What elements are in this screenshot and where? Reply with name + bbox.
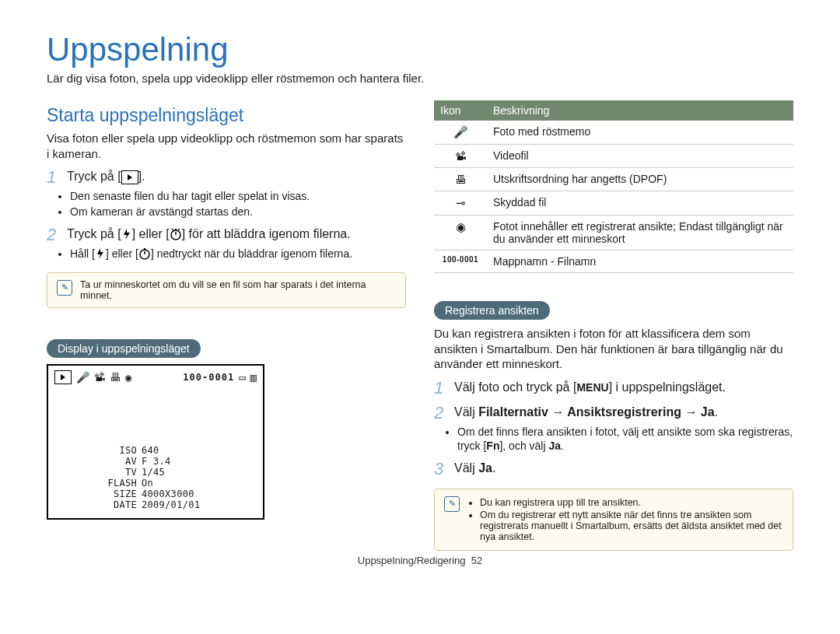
play-icon <box>121 170 138 184</box>
rstep-2-bullets: Om det finns flera ansikten i fotot, väl… <box>457 425 793 453</box>
note-icon: ✎ <box>444 496 460 512</box>
note-box-faces: ✎ Du kan registrera upp till tre ansikte… <box>434 489 793 551</box>
table-row: 🎤Foto med röstmemo <box>434 121 793 145</box>
face-detect-icon: ◉ <box>434 215 487 250</box>
step-text: Tryck på [] eller [] för att bläddra ige… <box>67 226 351 243</box>
video-icon: 📽 <box>94 371 105 384</box>
register-intro: Du kan registrera ansikten i foton för a… <box>434 326 793 372</box>
page-title: Uppspelning <box>47 31 793 68</box>
svg-marker-3 <box>97 248 103 259</box>
table-row: ◉Fotot innehåller ett registrerat ansikt… <box>434 215 793 250</box>
menu-button-label: MENU <box>576 380 608 394</box>
page-footer: Uppspelning/Redigering 52 <box>0 555 840 566</box>
video-icon: 📽 <box>434 145 487 168</box>
timer-icon <box>138 247 151 260</box>
step-2: 2 Tryck på [] eller [] för att bläddra i… <box>47 226 406 243</box>
right-column: Ikon Beskrivning 🎤Foto med röstmemo 📽Vid… <box>434 100 793 562</box>
svg-rect-5 <box>144 248 145 250</box>
flash-icon <box>95 247 106 260</box>
section-heading-playback: Starta uppspelningsläget <box>47 105 406 126</box>
page-intro: Lär dig visa foton, spela upp videoklipp… <box>47 72 793 85</box>
step-number: 1 <box>47 169 59 186</box>
step-number: 2 <box>47 226 59 243</box>
pill-register-faces: Registrera ansikten <box>434 301 550 320</box>
svg-rect-2 <box>175 229 177 230</box>
note-box-memorycard: ✎ Ta ur minneskortet om du vill se en fi… <box>47 272 406 308</box>
mic-icon: 🎤 <box>76 371 89 384</box>
filename-icon: 100-0001 <box>434 250 487 273</box>
table-header-row: Ikon Beskrivning <box>434 100 793 121</box>
step-2-bullets: Håll [] eller [] nedtryckt när du bläddr… <box>70 247 406 261</box>
rstep-2: 2 Välj Filalternativ → Ansiktsregistreri… <box>434 405 793 422</box>
face-icon: ◉ <box>125 371 131 384</box>
pill-display-mode: Display i uppspelningsläget <box>47 339 201 358</box>
section-lead: Visa foton eller spela upp videoklipp oc… <box>47 131 406 161</box>
printer-icon: 🖶 <box>434 168 487 191</box>
note-icon: ✎ <box>57 280 72 296</box>
step-1: 1 Tryck på []. <box>47 169 406 186</box>
mic-icon: 🎤 <box>434 121 487 145</box>
svg-marker-0 <box>124 229 130 240</box>
camera-lcd-preview: 🎤 📽 🖶 ◉ 100-0001 ▭ ▥ ISO640 AVF 3.4 TV1/… <box>47 364 264 520</box>
step-text: Tryck på []. <box>67 169 145 186</box>
play-icon <box>54 370 72 384</box>
battery-icon: ▥ <box>250 371 257 384</box>
exif-info: ISO640 AVF 3.4 TV1/45 FLASHOn SIZE4000X3… <box>101 445 200 510</box>
table-row: ⊸Skyddad fil <box>434 191 793 215</box>
printer-icon: 🖶 <box>110 371 121 384</box>
table-row: 📽Videofil <box>434 145 793 168</box>
lock-icon: ⊸ <box>434 191 487 215</box>
table-row: 100-0001Mappnamn - Filnamn <box>434 250 793 273</box>
filename-label: 100-0001 <box>183 372 234 383</box>
rstep-1: 1 Välj foto och tryck på [MENU] i uppspe… <box>434 380 793 397</box>
step-1-bullets: Den senaste filen du har tagit eller spe… <box>70 189 406 219</box>
rstep-3: 3 Välj Ja. <box>434 461 793 478</box>
icon-description-table: Ikon Beskrivning 🎤Foto med röstmemo 📽Vid… <box>434 100 793 273</box>
flash-icon <box>121 228 132 240</box>
left-column: Starta uppspelningsläget Visa foton elle… <box>47 100 406 562</box>
table-row: 🖶Utskriftsordning har angetts (DPOF) <box>434 168 793 191</box>
card-icon: ▭ <box>239 371 245 384</box>
timer-icon <box>170 228 182 240</box>
